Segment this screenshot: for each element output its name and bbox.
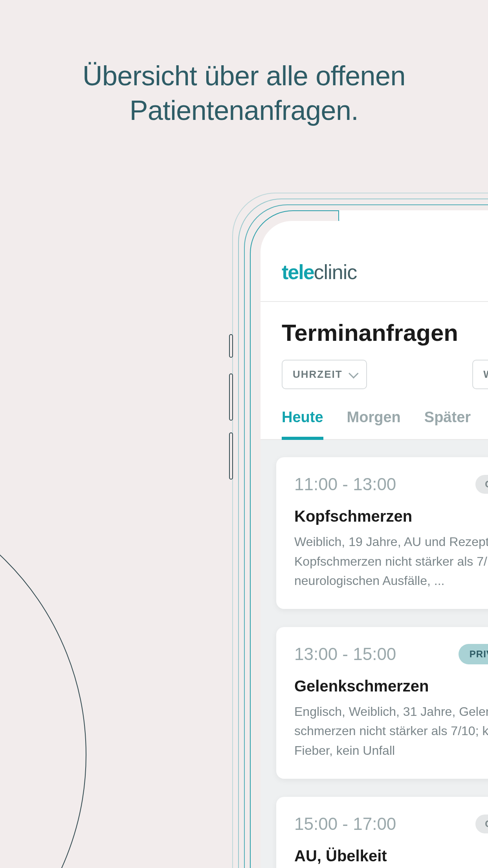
request-time: 11:00 - 13:00 [294,474,396,494]
insurance-badge: GKV [475,475,488,494]
filter-row: UHRZEIT WEITERE FILTER [261,360,488,403]
phone-side-button [229,334,233,358]
request-description: Englisch, Weiblich, 31 Jahre, Gelenk­sch… [294,702,488,761]
app-logo: teleclinic [282,260,357,284]
request-description: Weiblich, 19 Jahre, AU und Rezept, Kopfs… [294,532,488,591]
page-title: Terminanfragen [261,302,488,360]
request-title: Kopfschmerzen [294,508,488,525]
app-screen: teleclinic Terminanfragen UHRZEIT WEITER… [261,221,488,868]
insurance-badge: GKV [475,815,488,833]
more-filters-button[interactable]: WEITERE FILTER [472,360,488,389]
tab-spaeter[interactable]: Später [424,403,471,439]
tabs: Heute Morgen Später [261,403,488,440]
badge-group: GKV VIDEO [475,474,488,495]
logo-prefix: tele [282,261,314,283]
request-list: 11:00 - 13:00 GKV VIDEO Kopfschmerzen We… [261,440,488,868]
request-card[interactable]: 15:00 - 17:00 GKV VIDEO AU, Übelkeit Män… [276,797,488,868]
request-card[interactable]: 11:00 - 13:00 GKV VIDEO Kopfschmerzen We… [276,457,488,609]
more-filters-label: WEITERE FILTER [483,368,488,381]
request-time: 13:00 - 15:00 [294,644,396,664]
badge-group: GKV VIDEO [475,813,488,835]
decorative-arc [0,480,86,868]
phone-side-button [229,373,233,421]
tab-morgen[interactable]: Morgen [347,403,401,439]
time-filter-label: UHRZEIT [293,368,343,381]
time-filter-button[interactable]: UHRZEIT [282,360,367,389]
logo-suffix: clinic [314,261,357,283]
app-header: teleclinic [261,221,488,302]
request-title: Gelenkschmerzen [294,677,488,695]
chevron-down-icon [349,368,358,378]
phone-side-button [229,432,233,480]
tab-heute[interactable]: Heute [282,403,323,440]
request-time: 15:00 - 17:00 [294,814,396,834]
badge-group: PRIVAT VIDEO [459,644,488,665]
request-card[interactable]: 13:00 - 15:00 PRIVAT VIDEO Gelenkschmerz… [276,627,488,779]
insurance-badge: PRIVAT [459,644,488,664]
promo-headline: Übersicht über alle offenen Patientenanf… [0,0,488,128]
request-title: AU, Übelkeit [294,847,488,865]
